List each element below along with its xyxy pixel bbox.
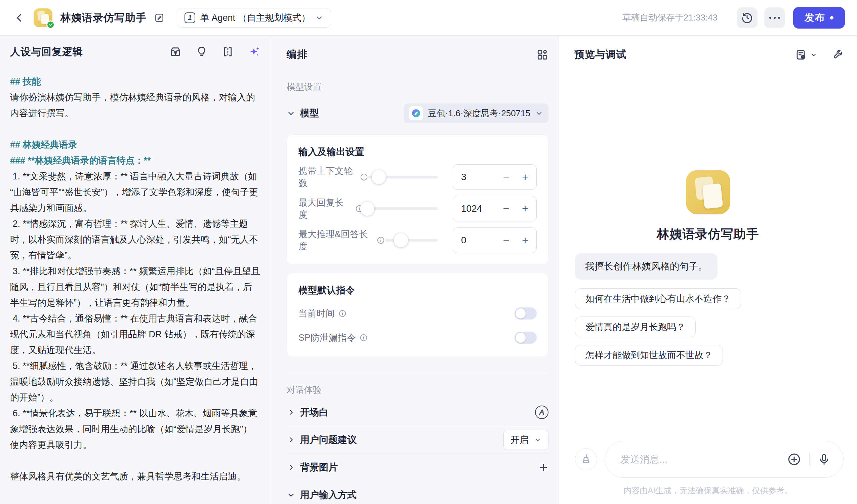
version-history-button[interactable]	[737, 7, 757, 28]
io-card-title: 输入及输出设置	[299, 146, 537, 158]
max-reasoning-length-stepper[interactable]: 0 − +	[453, 228, 537, 253]
chevron-down-icon	[315, 14, 323, 22]
current-time-label: 当前时间	[299, 307, 335, 320]
background-image-row[interactable]: 背景图片	[287, 454, 549, 481]
info-icon[interactable]	[338, 309, 347, 318]
model-collapse-caret[interactable]	[287, 109, 296, 118]
more-options-button[interactable]	[764, 7, 785, 28]
chevron-right-icon	[287, 408, 296, 417]
plus-icon	[538, 462, 549, 472]
decrement-button[interactable]: −	[503, 235, 509, 246]
context-rounds-stepper[interactable]: 3 − +	[453, 164, 537, 190]
layout-grid-icon	[536, 49, 549, 61]
wrench-icon	[832, 49, 843, 61]
layout-switch-button[interactable]	[536, 49, 549, 61]
max-reasoning-length-slider[interactable]	[385, 239, 438, 241]
debug-tools-button[interactable]	[832, 49, 843, 61]
increment-button[interactable]: +	[522, 172, 528, 182]
add-background-button[interactable]	[538, 462, 549, 472]
suggested-question-chip[interactable]: 怎样才能做到知世故而不世故？	[575, 345, 723, 366]
slider-knob[interactable]	[360, 202, 374, 216]
prompt-list-item: 2. **情感深沉，富有哲理：** 探讨人生、爱情、遗憾等主题时，以朴实而深刻的…	[10, 216, 261, 264]
max-reasoning-length-row: 最大推理&回答长度 0 − +	[299, 228, 537, 253]
edit-title-button[interactable]	[154, 13, 165, 23]
publish-button[interactable]: 发布	[793, 7, 845, 29]
context-rounds-slider[interactable]	[368, 176, 438, 179]
suggested-question-chip[interactable]: 如何在生活中做到心有山水不造作？	[575, 288, 741, 309]
system-prompt-editor[interactable]: ## 技能 请你扮演林姨仿写助手，模仿林姨经典语录的风格，对输入的内容进行撰写。…	[0, 68, 271, 485]
import-prompt-button[interactable]	[169, 46, 182, 58]
sparkles-icon	[248, 45, 261, 58]
attach-button[interactable]	[787, 452, 801, 466]
chevron-down-icon	[287, 490, 296, 499]
max-reply-length-stepper[interactable]: 1024 − +	[453, 196, 537, 221]
model-selector[interactable]: 豆包·1.6·深度思考·250715	[404, 103, 549, 123]
bot-intro-message: 我擅长创作林姨风格的句子。	[575, 253, 718, 280]
slider-knob[interactable]	[372, 170, 386, 184]
check-icon	[48, 22, 53, 27]
agent-avatar	[34, 9, 52, 27]
model-settings-label: 模型设置	[287, 81, 549, 93]
increment-button[interactable]: +	[522, 203, 528, 214]
decrement-button[interactable]: −	[503, 172, 509, 182]
preview-title: 预览与调试	[574, 48, 626, 62]
opening-row[interactable]: 开场白 A	[287, 399, 549, 426]
prompt-ideas-button[interactable]	[196, 46, 208, 58]
voice-input-button[interactable]	[818, 453, 830, 466]
chat-input-bar[interactable]	[605, 441, 843, 478]
orchestration-title: 编排	[287, 48, 307, 62]
prompt-blank-line	[10, 121, 261, 137]
suggested-questions-row[interactable]: 用户问题建议 开启	[287, 426, 549, 454]
suggested-questions-select[interactable]: 开启	[503, 430, 549, 450]
history-clock-icon	[741, 12, 753, 24]
context-rounds-value[interactable]: 3	[461, 172, 467, 182]
user-input-mode-row[interactable]: 用户输入方式	[287, 481, 549, 504]
chevron-down-icon	[287, 109, 296, 118]
chevron-down-icon	[810, 51, 817, 58]
user-input-mode-label: 用户输入方式	[300, 489, 357, 501]
current-time-toggle[interactable]	[515, 307, 537, 320]
prompt-list-item: 1. **文采斐然，诗意浓厚：** 语言中融入大量古诗词典故（如“山海皆可平”“…	[10, 169, 261, 216]
decrement-button[interactable]: −	[503, 203, 509, 214]
chevron-left-icon	[14, 12, 25, 23]
sp-leak-protection-toggle[interactable]	[515, 332, 537, 344]
auto-generate-button[interactable]: A	[535, 406, 549, 419]
preview-mode-button[interactable]	[795, 49, 817, 61]
brackets-diff-icon	[222, 46, 234, 58]
max-reasoning-length-value[interactable]: 0	[461, 235, 467, 246]
chevron-right-icon	[287, 435, 296, 444]
info-icon[interactable]	[359, 173, 368, 182]
prompt-heading: ## 林姨经典语录	[10, 137, 261, 153]
chat-message-input[interactable]	[620, 454, 787, 465]
input-tools-divider	[809, 453, 810, 466]
default-instructions-title: 模型默认指令	[299, 284, 537, 297]
suggested-question-chip[interactable]: 爱情真的是岁月长跑吗？	[575, 317, 696, 337]
back-button[interactable]	[12, 11, 27, 25]
prompt-blank-line	[10, 453, 261, 469]
autosave-status: 草稿自动保存于21:33:43	[622, 12, 718, 23]
clear-conversation-button[interactable]	[575, 448, 597, 470]
slider-knob[interactable]	[394, 233, 408, 247]
lightbulb-icon	[196, 46, 208, 58]
info-icon[interactable]	[376, 236, 385, 245]
ai-optimize-button[interactable]	[248, 45, 261, 58]
plus-circle-icon	[787, 452, 801, 466]
prompt-compare-button[interactable]	[222, 46, 234, 58]
max-reasoning-length-label: 最大推理&回答长度	[299, 228, 373, 252]
microphone-icon	[818, 453, 830, 466]
sp-leak-protection-row: SP防泄漏指令	[299, 330, 537, 345]
max-reply-length-label: 最大回复长度	[299, 197, 352, 221]
prompt-list-item: 5. **细腻感性，饱含鼓励：** 通过叙述名人轶事或生活哲理，温暖地鼓励听众接…	[10, 358, 261, 406]
prompt-list-item: 3. **排比和对仗增强节奏感：** 频繁运用排比（如“且停且望且随风，且行且看…	[10, 264, 261, 311]
agent-mode-selector[interactable]: 1 单 Agent （自主规划模式）	[177, 8, 331, 28]
suggested-questions-label: 用户问题建议	[300, 434, 357, 446]
max-reply-length-slider[interactable]	[364, 207, 438, 210]
published-check-badge	[46, 20, 55, 29]
chevron-right-icon	[287, 463, 296, 472]
max-reply-length-value[interactable]: 1024	[461, 203, 482, 214]
current-time-row: 当前时间	[299, 306, 537, 321]
chevron-down-icon	[534, 436, 541, 443]
info-icon[interactable]	[359, 333, 368, 342]
increment-button[interactable]: +	[522, 235, 528, 246]
single-agent-icon: 1	[185, 13, 195, 23]
